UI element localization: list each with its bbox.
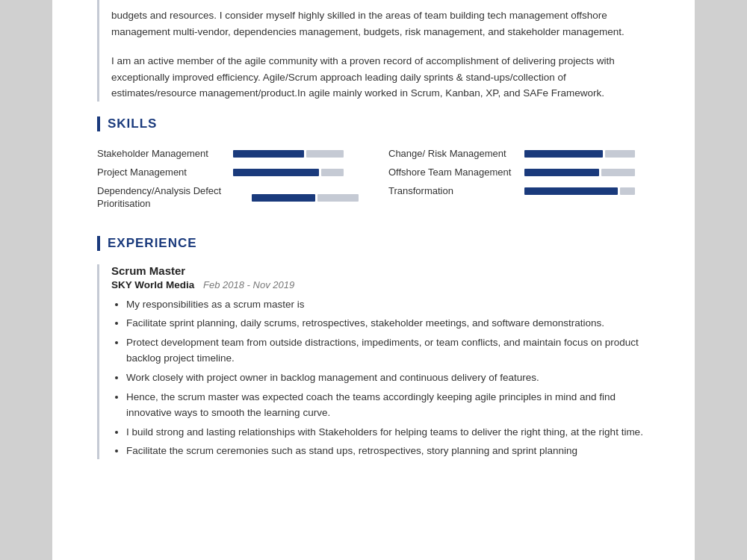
intro-paragraph-1: budgets and resources. I consider myself… xyxy=(111,7,650,40)
bullet-item: Facilitate sprint planning, daily scrums… xyxy=(126,315,650,332)
skill-bar-container xyxy=(233,169,359,176)
skills-section: SKILLS Stakeholder Management Project Ma… xyxy=(97,116,650,214)
bullet-item: My responsibilities as a scrum master is xyxy=(126,296,650,313)
experience-section: EXPERIENCE Scrum Master SKY World Media … xyxy=(97,236,650,459)
skills-grid: Stakeholder Management Project Managemen… xyxy=(97,145,650,214)
skill-bar-empty xyxy=(321,169,344,176)
date-range: Feb 2018 - Nov 2019 xyxy=(203,279,294,290)
skill-bar-empty xyxy=(317,194,359,202)
intro-section: budgets and resources. I consider myself… xyxy=(97,0,650,102)
intro-paragraph-2: I am an active member of the agile commu… xyxy=(111,53,650,102)
skill-row: Offshore Team Management xyxy=(388,164,650,182)
skills-left-col: Stakeholder Management Project Managemen… xyxy=(97,145,359,214)
skill-bar-filled xyxy=(524,150,603,158)
skills-title: SKILLS xyxy=(97,116,650,131)
company-line: SKY World Media Feb 2018 - Nov 2019 xyxy=(111,279,650,290)
skill-bar-container xyxy=(524,150,650,158)
job-title: Scrum Master xyxy=(111,264,650,277)
skill-bar-filled xyxy=(524,187,618,195)
skill-row: Transformation xyxy=(388,182,650,201)
job-block: Scrum Master SKY World Media Feb 2018 - … xyxy=(97,264,650,459)
skill-bar-container xyxy=(252,194,359,202)
skill-label: Change/ Risk Management xyxy=(388,148,515,161)
bullet-item: Hence, the scrum master was expected coa… xyxy=(126,389,650,421)
skill-row: Change/ Risk Management xyxy=(388,145,650,164)
skill-row: Stakeholder Management xyxy=(97,145,359,164)
resume-page: budgets and resources. I consider myself… xyxy=(52,0,695,560)
skill-label: Stakeholder Management xyxy=(97,148,224,161)
bullet-item: I build strong and lasting relationships… xyxy=(126,424,650,441)
experience-title: EXPERIENCE xyxy=(97,236,650,251)
skill-bar-container xyxy=(524,169,650,176)
bullet-item: Work closely with project owner in backl… xyxy=(126,370,650,386)
skill-row: Project Management xyxy=(97,164,359,182)
skill-label: Dependency/Analysis Defect Prioritisatio… xyxy=(97,185,243,211)
skill-label: Transformation xyxy=(388,185,515,198)
skill-bar-empty xyxy=(601,169,635,176)
skill-bar-filled xyxy=(252,194,315,202)
skill-label: Project Management xyxy=(97,167,224,179)
skill-bar-container xyxy=(233,150,359,158)
bullet-item: Facilitate the scrum ceremonies such as … xyxy=(126,443,650,459)
job-bullets-list: My responsibilities as a scrum master is… xyxy=(111,296,650,459)
skill-bar-empty xyxy=(605,150,635,158)
skill-bar-empty xyxy=(620,187,635,195)
skill-label: Offshore Team Management xyxy=(388,167,515,179)
bullet-item: Protect development team from outside di… xyxy=(126,335,650,367)
skill-bar-empty xyxy=(306,150,344,158)
skill-row: Dependency/Analysis Defect Prioritisatio… xyxy=(97,182,359,214)
skill-bar-container xyxy=(524,187,650,195)
company-name: SKY World Media xyxy=(111,279,194,290)
skill-bar-filled xyxy=(233,169,319,176)
skill-bar-filled xyxy=(233,150,304,158)
skills-right-col: Change/ Risk Management Offshore Team Ma… xyxy=(388,145,650,214)
skill-bar-filled xyxy=(524,169,599,176)
